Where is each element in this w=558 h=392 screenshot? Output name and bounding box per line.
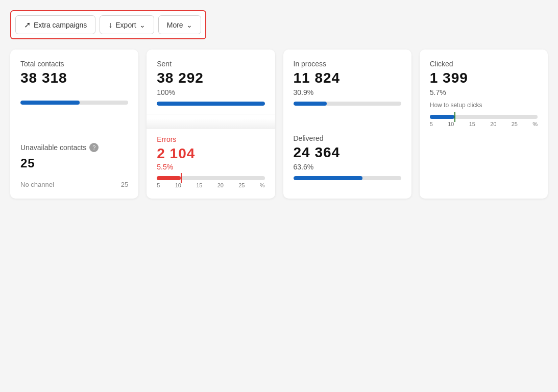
clicked-tick-bar-bg	[430, 115, 538, 119]
total-contacts-value: 38 318	[20, 70, 128, 86]
errors-tick-bar-bg	[157, 176, 264, 180]
clicked-pct: 5.7%	[430, 88, 538, 96]
errors-label: Errors	[157, 135, 264, 143]
sent-card: Sent 38 292 100% Errors 2 104 5.5% 5 1	[147, 50, 275, 199]
total-contacts-card: Total contacts 38 318 Unavailable contac…	[10, 50, 138, 199]
clicked-tick-labels: 5 10 15 20 25 %	[430, 121, 538, 127]
clicked-card: Clicked 1 399 5.7% How to setup clicks 5…	[420, 50, 548, 199]
no-channel-value: 25	[121, 181, 128, 188]
sent-bar	[157, 102, 264, 106]
clicked-value: 1 399	[430, 70, 538, 86]
in-process-label: In process	[294, 60, 401, 68]
sent-pct: 100%	[157, 88, 264, 96]
in-process-pct: 30.9%	[294, 88, 401, 96]
sent-value: 38 292	[157, 70, 264, 86]
sent-label: Sent	[157, 60, 264, 68]
clicked-label: Clicked	[430, 60, 538, 68]
more-label: More	[167, 21, 183, 29]
no-channel-label: No channel	[20, 181, 54, 188]
card-divider	[147, 114, 275, 129]
total-contacts-bar-fill	[20, 101, 80, 105]
unavailable-contacts-row: Unavailable contacts ?	[20, 143, 128, 152]
export-chevron-icon: ⌄	[139, 21, 145, 29]
export-icon: ↓	[108, 20, 112, 30]
errors-value: 2 104	[157, 145, 264, 162]
setup-clicks-label: How to setup clicks	[430, 102, 538, 109]
delivered-bar	[294, 176, 401, 180]
delivered-pct: 63.6%	[294, 163, 401, 171]
clicked-tick-bar-fill	[430, 115, 455, 119]
more-chevron-icon: ⌄	[186, 21, 192, 29]
unavailable-label: Unavailable contacts	[20, 143, 86, 152]
delivered-label: Delivered	[294, 134, 401, 142]
in-process-bar-fill	[294, 102, 327, 106]
extra-campaigns-button[interactable]: ➚ Extra campaigns	[15, 15, 95, 34]
errors-tick-chart: 5 10 15 20 25 %	[157, 176, 264, 188]
export-label: Export	[115, 21, 136, 29]
errors-pct: 5.5%	[157, 163, 264, 171]
in-process-bar	[294, 102, 401, 106]
in-process-value: 11 824	[294, 70, 401, 86]
errors-tick-marker	[181, 173, 182, 183]
delivered-bar-fill	[294, 176, 362, 180]
in-process-card: In process 11 824 30.9% Delivered 24 364…	[283, 50, 411, 199]
help-icon[interactable]: ?	[89, 143, 99, 152]
no-channel-row: No channel 25	[20, 181, 128, 188]
unavailable-value: 25	[20, 156, 128, 170]
clicked-tick-chart: 5 10 15 20 25 %	[430, 115, 538, 127]
errors-tick-labels: 5 10 15 20 25 %	[157, 182, 264, 188]
sent-bar-fill	[157, 102, 264, 106]
delivered-value: 24 364	[294, 144, 401, 161]
more-button[interactable]: More ⌄	[158, 15, 201, 34]
cards-grid: Total contacts 38 318 Unavailable contac…	[10, 50, 548, 199]
total-contacts-bar	[20, 101, 128, 105]
toolbar: ➚ Extra campaigns ↓ Export ⌄ More ⌄	[10, 10, 206, 39]
export-button[interactable]: ↓ Export ⌄	[100, 15, 154, 34]
total-contacts-label: Total contacts	[20, 60, 128, 68]
extra-campaigns-label: Extra campaigns	[34, 21, 87, 29]
clicked-tick-marker	[454, 112, 455, 122]
campaigns-icon: ➚	[24, 20, 31, 30]
errors-tick-bar-fill	[157, 176, 180, 180]
